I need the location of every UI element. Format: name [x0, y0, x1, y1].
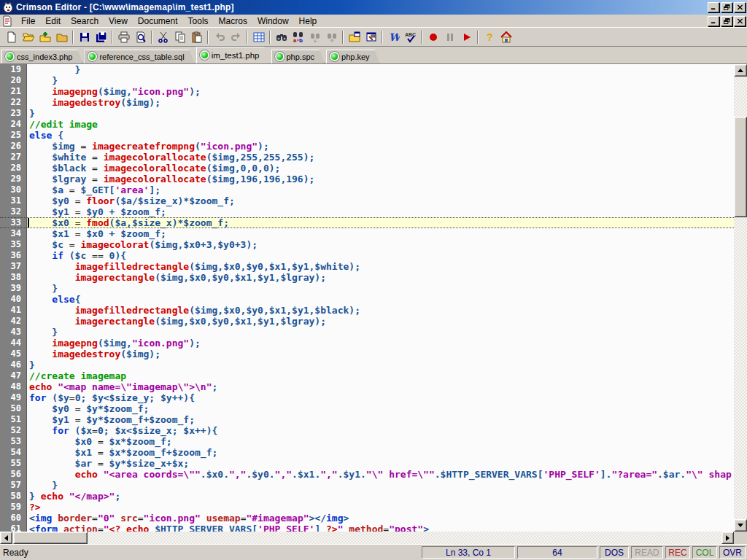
code-line[interactable]: 25else { — [0, 130, 734, 141]
menu-help[interactable]: Help — [294, 15, 322, 27]
code-line[interactable]: 50 $y0 = $y*$zoom_f; — [0, 403, 734, 414]
code-line[interactable]: 40 else{ — [0, 294, 734, 305]
open-file-button[interactable] — [20, 29, 36, 45]
preferences-button[interactable] — [363, 29, 379, 45]
code-line[interactable]: 26 $img = imagecreatefrompng("icon.png")… — [0, 141, 734, 152]
file-manager-button[interactable] — [346, 29, 363, 45]
code-line[interactable]: 43 } — [0, 327, 734, 338]
minimize-button[interactable] — [708, 16, 719, 26]
select-all-button[interactable] — [250, 29, 267, 45]
menu-macros[interactable]: Macros — [214, 15, 252, 27]
horizontal-scroll-thumb[interactable] — [13, 532, 88, 544]
spell-check-button[interactable]: ABC — [402, 29, 419, 45]
code-line[interactable]: 48echo "<map name=\"imagemap\">\n"; — [0, 381, 734, 392]
code-line[interactable]: 37 imagefilledrectangle($img,$x0,$y0,$x1… — [0, 261, 734, 272]
code-line[interactable]: 45 imagedestroy($img); — [0, 349, 734, 359]
code-line[interactable]: 36 if ($c == 0){ — [0, 250, 734, 261]
code-line[interactable]: 53 $x0 = $x*$zoom_f; — [0, 436, 734, 447]
vertical-scrollbar[interactable] — [734, 64, 747, 532]
home-button[interactable] — [498, 29, 514, 45]
restore-button[interactable] — [721, 16, 732, 26]
print-button[interactable] — [115, 29, 132, 45]
code-line[interactable]: 35 $c = imagecolorat($img,$x0+3,$y0+3); — [0, 239, 734, 250]
find-next-button[interactable] — [306, 29, 323, 45]
tab-reference_css_table.sql[interactable]: reference_css_table.sql — [84, 50, 194, 63]
code-line[interactable]: 29 $lgray = imagecolorallocate($img,196,… — [0, 174, 734, 184]
code-line[interactable]: 42 imagerectangle($img,$x0,$y0,$x1,$y1,$… — [0, 316, 734, 327]
code-line[interactable]: 56 echo "<area coords=\"".$x0.",".$y0.",… — [0, 469, 734, 480]
menu-search[interactable]: Search — [66, 15, 104, 27]
tab-css_index3.php[interactable]: css_index3.php — [1, 50, 82, 63]
code-line[interactable]: 28 $black = imagecolorallocate($img,0,0,… — [0, 163, 734, 174]
code-line[interactable]: 41 imagefilledrectangle($img,$x0,$y0,$x1… — [0, 305, 734, 316]
menu-document[interactable]: Document — [133, 15, 183, 27]
code-line[interactable]: 39 } — [0, 283, 734, 294]
code-line[interactable]: 31 $y0 = floor($a/$size_x)*$zoom_f; — [0, 195, 734, 206]
macro-play-button[interactable] — [458, 29, 475, 45]
macro-record-button[interactable] — [425, 29, 441, 45]
code-line[interactable]: 21 imagepng($img,"icon.png"); — [0, 86, 734, 97]
print-preview-button[interactable] — [132, 29, 149, 45]
document-icon[interactable] — [1, 15, 13, 26]
minimize-button[interactable] — [708, 2, 719, 12]
copy-button[interactable] — [171, 29, 188, 45]
code-line[interactable]: 38 imagerectangle($img,$x0,$y0,$x1,$y1,$… — [0, 272, 734, 283]
tab-php.spc[interactable]: php.spc — [271, 50, 325, 63]
app-icon[interactable] — [2, 1, 14, 13]
menu-window[interactable]: Window — [252, 15, 294, 27]
code-line[interactable]: 34 $x1 = $x0 + $zoom_f; — [0, 228, 734, 239]
tab-php.key[interactable]: php.key — [326, 50, 380, 63]
restore-button[interactable] — [721, 2, 732, 12]
find-prev-button[interactable] — [323, 29, 340, 45]
find-replace-button[interactable]: ab — [290, 29, 306, 45]
code-line[interactable]: 33 $x0 = fmod($a,$size_x)*$zoom_f; — [0, 217, 734, 228]
code-line[interactable]: 46} — [0, 359, 734, 370]
code-line[interactable]: 54 $x1 = $x*$zoom_f+$zoom_f; — [0, 447, 734, 458]
menu-tools[interactable]: Tools — [183, 15, 214, 27]
menu-edit[interactable]: Edit — [40, 15, 66, 27]
open-remote-button[interactable] — [36, 29, 53, 45]
code-line[interactable]: 60<img border="0" src="icon.png" usemap=… — [0, 513, 734, 524]
code-line[interactable]: 30 $a = $_GET['area']; — [0, 184, 734, 195]
macro-pause-button[interactable] — [441, 29, 458, 45]
new-file-button[interactable] — [3, 29, 20, 45]
code-line[interactable]: 59?> — [0, 502, 734, 513]
cut-button[interactable] — [155, 29, 171, 45]
code-line[interactable]: 52 for ($x=0; $x<$size_x; $x++){ — [0, 425, 734, 436]
find-button[interactable] — [273, 29, 290, 45]
code-line[interactable]: 51 $y1 = $y*$zoom_f+$zoom_f; — [0, 414, 734, 425]
save-button[interactable] — [76, 29, 93, 45]
paste-button[interactable] — [188, 29, 205, 45]
horizontal-scrollbar[interactable] — [0, 532, 734, 544]
code-line[interactable]: 20 } — [0, 75, 734, 86]
code-line[interactable]: 44 imagepng($img,"icon.png"); — [0, 338, 734, 349]
code-line[interactable]: 61<form action="<? echo $HTTP_SERVER_VAR… — [0, 524, 734, 532]
undo-button[interactable] — [211, 29, 228, 45]
scroll-left-button[interactable] — [0, 532, 12, 544]
close-button[interactable] — [734, 16, 746, 26]
menu-view[interactable]: View — [104, 15, 133, 27]
scroll-up-button[interactable] — [734, 64, 747, 77]
save-all-button[interactable] — [93, 29, 109, 45]
word-wrap-button[interactable]: W — [385, 29, 402, 45]
menu-file[interactable]: File — [16, 15, 40, 27]
close-file-button[interactable] — [53, 29, 70, 45]
close-button[interactable] — [734, 2, 746, 12]
code-line[interactable]: 23} — [0, 108, 734, 119]
code-line[interactable]: 24//edit image — [0, 119, 734, 130]
code-line[interactable]: 58} echo "</map>"; — [0, 491, 734, 502]
code-line[interactable]: 19 } — [0, 64, 734, 75]
vertical-scroll-thumb[interactable] — [734, 117, 747, 217]
redo-button[interactable] — [228, 29, 244, 45]
help-button[interactable]: ? — [481, 29, 498, 45]
code-editor[interactable]: 19 }20 }21 imagepng($img,"icon.png");22 … — [0, 64, 734, 532]
scroll-down-button[interactable] — [734, 519, 747, 532]
tab-im_test1.php[interactable]: im_test1.php — [196, 47, 270, 63]
code-line[interactable]: 27 $white = imagecolorallocate($img,255,… — [0, 152, 734, 163]
code-line[interactable]: 32 $y1 = $y0 + $zoom_f; — [0, 206, 734, 217]
code-line[interactable]: 49for ($y=0; $y<$size_y; $y++){ — [0, 392, 734, 403]
code-line[interactable]: 47//create imagemap — [0, 370, 734, 381]
scroll-right-button[interactable] — [721, 532, 734, 544]
code-line[interactable]: 57 } — [0, 480, 734, 491]
code-line[interactable]: 22 imagedestroy($img); — [0, 97, 734, 108]
